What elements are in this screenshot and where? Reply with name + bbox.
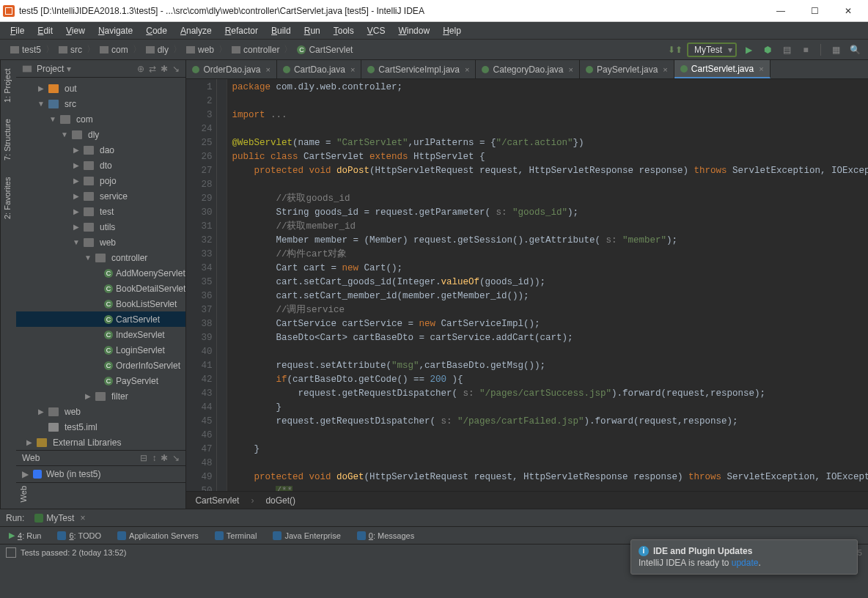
close-button[interactable]: ✕ xyxy=(831,0,865,22)
editor-breadcrumb-bar: CartServlet › doGet() xyxy=(186,491,868,509)
tab-payservlet[interactable]: PayServlet.java× xyxy=(580,60,674,78)
left-tool-project[interactable]: 1: Project xyxy=(1,64,16,107)
tab-categorydao[interactable]: CategoryDao.java× xyxy=(476,60,580,78)
menu-vcs[interactable]: VCS xyxy=(361,24,391,37)
coverage-icon[interactable]: ▤ xyxy=(779,43,794,57)
notification-body: IntelliJ IDEA is ready to update. xyxy=(639,558,850,568)
menu-file[interactable]: File xyxy=(4,24,30,37)
bottom-tool-run[interactable]: ▶4: Run xyxy=(6,529,44,542)
menu-help[interactable]: Help xyxy=(437,24,467,37)
tree-node-dly[interactable]: ▼dly xyxy=(16,127,185,142)
menu-analyze[interactable]: Analyze xyxy=(174,24,218,37)
bottom-tool-terminal[interactable]: Terminal xyxy=(212,530,260,542)
tree-node-booklistservlet[interactable]: CBookListServlet xyxy=(16,296,185,311)
menu-navigate[interactable]: Navigate xyxy=(92,24,139,37)
tab-cartservlet[interactable]: CartServlet.java× xyxy=(674,60,770,78)
breadcrumb-src[interactable]: src xyxy=(54,45,87,55)
left-tool-gutter: 2: Favorites7: Structure1: Project xyxy=(0,60,16,509)
tree-node-controller[interactable]: ▼controller xyxy=(16,250,185,265)
run-config-selector[interactable]: MyTest ▾ xyxy=(687,43,737,57)
navigation-bar: test5〉src〉com〉dly〉web〉controller〉CCartSe… xyxy=(0,40,868,60)
notification-popup[interactable]: iIDE and Plugin Updates IntelliJ IDEA is… xyxy=(630,539,858,575)
search-icon[interactable]: 🔍 xyxy=(847,43,862,57)
info-icon: i xyxy=(639,546,649,556)
tree-node-loginservlet[interactable]: CLoginServlet xyxy=(16,342,185,358)
tree-node-web[interactable]: ▶web xyxy=(16,404,185,419)
tree-node-src[interactable]: ▼src xyxy=(16,96,185,111)
settings-icon[interactable]: ✱ xyxy=(161,64,168,74)
tree-node-web[interactable]: ▼web xyxy=(16,235,185,250)
web-toolbar-bottom: Web xyxy=(16,482,185,509)
editor-crumb-class[interactable]: CartServlet xyxy=(195,495,239,506)
tree-node-bookdetailservlet[interactable]: CBookDetailServlet xyxy=(16,281,185,296)
breadcrumb-dly[interactable]: dly xyxy=(141,45,173,55)
tree-node-utils[interactable]: ▶utils xyxy=(16,219,185,235)
hide-icon[interactable]: ↘ xyxy=(172,64,180,74)
tree-node-addmoenyservlet[interactable]: CAddMoenyServlet xyxy=(16,265,185,281)
left-label-web[interactable]: Web xyxy=(16,483,31,505)
menu-run[interactable]: Run xyxy=(298,24,326,37)
collapse-icon[interactable]: ⊕ xyxy=(137,64,144,74)
tree-node-orderinfoservlet[interactable]: COrderInfoServlet xyxy=(16,358,185,373)
bottom-tool-messages[interactable]: 0: Messages xyxy=(354,530,417,542)
tab-cartserviceimpl[interactable]: CartServiceImpl.java× xyxy=(361,60,476,78)
update-link[interactable]: update xyxy=(732,558,759,568)
left-tool-structure[interactable]: 7: Structure xyxy=(1,114,16,165)
breadcrumb-web[interactable]: web xyxy=(182,45,218,55)
tree-node-dao[interactable]: ▶dao xyxy=(16,142,185,158)
close-tab-icon[interactable]: × xyxy=(80,513,85,523)
menu-tools[interactable]: Tools xyxy=(328,24,360,37)
tree-node-cartservlet[interactable]: CCartServlet xyxy=(16,311,185,327)
bottom-tool-applicationservers[interactable]: Application Servers xyxy=(114,530,202,542)
left-tool-favorites[interactable]: 2: Favorites xyxy=(1,172,16,223)
project-tree[interactable]: ▶out▼src▼com▼dly▶dao▶dto▶pojo▶service▶te… xyxy=(16,78,185,450)
editor-crumb-method[interactable]: doGet() xyxy=(265,495,295,506)
menu-view[interactable]: View xyxy=(60,24,91,37)
minimize-button[interactable]: — xyxy=(764,0,798,22)
breadcrumb-test5[interactable]: test5 xyxy=(6,45,45,55)
app-icon xyxy=(3,5,15,17)
breadcrumb-com[interactable]: com xyxy=(95,45,133,55)
tree-node-indexservlet[interactable]: CIndexServlet xyxy=(16,327,185,342)
bottom-tool-javaenterprise[interactable]: Java Enterprise xyxy=(270,530,343,542)
menu-bar: FileEditViewNavigateCodeAnalyzeRefactorB… xyxy=(0,22,868,40)
menu-code[interactable]: Code xyxy=(140,24,173,37)
build-icon[interactable]: ⬇⬆ xyxy=(668,43,683,57)
tree-node-service[interactable]: ▶service xyxy=(16,188,185,204)
tree-node-test5iml[interactable]: test5.iml xyxy=(16,419,185,435)
maximize-button[interactable]: ☐ xyxy=(798,0,831,22)
tree-node-dto[interactable]: ▶dto xyxy=(16,158,185,173)
bottom-tool-todo[interactable]: 6: TODO xyxy=(54,530,104,542)
breadcrumb-controller[interactable]: controller xyxy=(227,45,284,55)
menu-edit[interactable]: Edit xyxy=(32,24,59,37)
status-icon[interactable] xyxy=(6,547,16,558)
tree-node-externallibraries[interactable]: ▶External Libraries xyxy=(16,435,185,450)
web-panel-header: Web ⊟↕✱↘ xyxy=(16,450,185,466)
breadcrumb-CartServlet[interactable]: CCartServlet xyxy=(293,45,357,55)
stop-button[interactable]: ■ xyxy=(798,43,813,57)
fold-column xyxy=(217,79,227,491)
tree-node-out[interactable]: ▶out xyxy=(16,81,185,96)
menu-window[interactable]: Window xyxy=(392,24,435,37)
notification-title: IDE and Plugin Updates xyxy=(653,546,752,556)
tab-cartdao[interactable]: CartDao.java× xyxy=(277,60,361,78)
code-content[interactable]: package com.dly.web.controller; import .… xyxy=(227,79,868,491)
menu-refactor[interactable]: Refactor xyxy=(219,24,264,37)
tree-node-test[interactable]: ▶test xyxy=(16,204,185,219)
locate-icon[interactable]: ⇄ xyxy=(149,64,156,74)
tree-node-payservlet[interactable]: CPayServlet xyxy=(16,373,185,388)
project-icon xyxy=(22,64,32,74)
project-sidebar: Project ▾ ⊕ ⇄ ✱ ↘ ▶out▼src▼com▼dly▶dao▶d… xyxy=(16,60,186,509)
menu-build[interactable]: Build xyxy=(265,24,297,37)
run-button[interactable]: ▶ xyxy=(741,43,756,57)
project-panel-title: Project xyxy=(37,64,64,74)
structure-icon[interactable]: ▦ xyxy=(828,43,843,57)
tree-node-filter[interactable]: ▶filter xyxy=(16,388,185,404)
tree-node-com[interactable]: ▼com xyxy=(16,111,185,127)
tree-node-pojo[interactable]: ▶pojo xyxy=(16,173,185,188)
run-tab[interactable]: MyTest × xyxy=(30,512,89,525)
tab-orderdao[interactable]: OrderDao.java× xyxy=(186,60,276,78)
code-editor[interactable]: 1232425262728293031323334353637383940414… xyxy=(186,79,868,491)
editor-tabs: OrderDao.java×CartDao.java×CartServiceIm… xyxy=(186,60,868,79)
debug-button[interactable]: ⬢ xyxy=(760,43,775,57)
